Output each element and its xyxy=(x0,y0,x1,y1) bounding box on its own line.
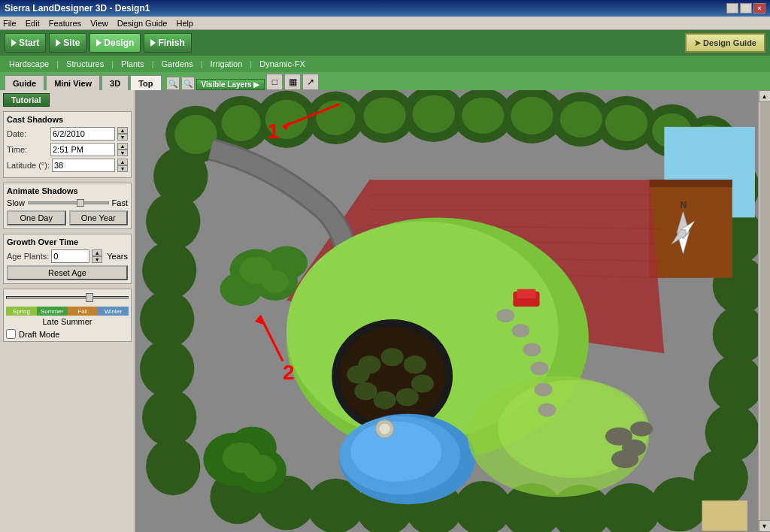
svg-point-19 xyxy=(709,355,763,412)
grid-icon-btn[interactable]: ▦ xyxy=(284,74,301,90)
age-plants-label: Age Plants: xyxy=(7,252,49,261)
time-spin-up[interactable]: ▲ xyxy=(117,143,128,150)
garden-canvas-area[interactable]: N 1 2 xyxy=(135,90,770,532)
svg-rect-85 xyxy=(517,289,535,298)
cast-shadows-title: Cast Shadows xyxy=(7,115,128,124)
summer-indicator[interactable]: Summer xyxy=(37,307,68,316)
visible-layers-button[interactable]: Visible Layers ▶ xyxy=(196,79,265,90)
tab-top[interactable]: Top xyxy=(130,75,161,90)
zoom-out-button[interactable]: 🔍 xyxy=(181,77,195,90)
svg-point-82 xyxy=(535,382,553,396)
fall-indicator[interactable]: Fall xyxy=(68,307,99,316)
years-label: Years xyxy=(107,252,128,261)
speed-slider-track[interactable] xyxy=(28,201,109,204)
time-spinner[interactable]: ▲ ▼ xyxy=(117,143,128,156)
tab-3d[interactable]: 3D xyxy=(102,75,129,90)
title-bar: Sierra LandDesigner 3D - Design1 _ □ × xyxy=(0,0,770,17)
gardens-item[interactable]: Gardens xyxy=(157,56,198,72)
winter-indicator[interactable]: Winter xyxy=(98,307,129,316)
svg-point-44 xyxy=(413,95,455,133)
scroll-up-button[interactable]: ▲ xyxy=(759,90,771,102)
svg-point-39 xyxy=(174,115,217,154)
date-label: Date: xyxy=(7,129,48,138)
fast-label: Fast xyxy=(112,198,128,207)
svg-point-70 xyxy=(374,391,396,410)
svg-point-100 xyxy=(630,422,653,437)
svg-point-67 xyxy=(404,355,426,373)
time-spin-down[interactable]: ▼ xyxy=(117,150,128,156)
tab-guide[interactable]: Guide xyxy=(5,75,44,90)
date-spin-up[interactable]: ▲ xyxy=(117,127,128,134)
dynamic-fx-item[interactable]: Dynamic-FX xyxy=(255,56,310,72)
svg-point-72 xyxy=(347,365,369,383)
growth-title: Growth Over Time xyxy=(7,237,128,246)
latitude-spinner[interactable]: ▲ ▼ xyxy=(117,159,128,172)
menu-features[interactable]: Features xyxy=(49,19,81,28)
tab-mini-view[interactable]: Mini View xyxy=(46,75,100,90)
season-thumb[interactable] xyxy=(86,293,93,302)
svg-point-38 xyxy=(153,147,208,204)
svg-point-81 xyxy=(530,361,548,375)
tutorial-button[interactable]: Tutorial xyxy=(3,93,50,107)
time-input[interactable] xyxy=(50,143,115,156)
spring-indicator[interactable]: Spring xyxy=(6,307,37,316)
view-tabs: Guide Mini View 3D Top 🔍 🔍 Visible Layer… xyxy=(0,72,770,90)
scroll-track[interactable] xyxy=(759,102,770,520)
season-slider-row[interactable] xyxy=(6,292,129,304)
animate-shadows-section: Animate Shadows Slow Fast One Day One Ye… xyxy=(3,183,132,229)
layer-icon-btn[interactable]: □ xyxy=(266,74,283,90)
maximize-button[interactable]: □ xyxy=(740,3,752,14)
scroll-bar-right: ▲ ▼ xyxy=(758,90,770,532)
zoom-in-button[interactable]: 🔍 xyxy=(166,77,180,90)
svg-rect-114 xyxy=(702,500,747,530)
reset-age-button[interactable]: Reset Age xyxy=(7,265,128,280)
svg-point-69 xyxy=(396,388,419,406)
growth-over-time-section: Growth Over Time Age Plants: ▲ ▼ Years R… xyxy=(3,234,132,284)
menu-design-guide[interactable]: Design Guide xyxy=(117,19,168,28)
season-bar: Spring Summer Fall Winter xyxy=(6,307,129,316)
scroll-down-button[interactable]: ▼ xyxy=(759,520,771,532)
start-button[interactable]: Start xyxy=(5,33,46,53)
minimize-button[interactable]: _ xyxy=(726,3,738,14)
zoom-controls: 🔍 🔍 xyxy=(166,77,195,90)
garden-view[interactable]: N 1 2 xyxy=(135,90,770,532)
window-controls: _ □ × xyxy=(726,3,765,14)
age-plants-input[interactable] xyxy=(51,249,89,263)
date-input[interactable] xyxy=(50,127,115,141)
svg-point-34 xyxy=(140,340,194,397)
finish-button[interactable]: Finish xyxy=(144,33,191,53)
close-button[interactable]: × xyxy=(753,3,765,14)
one-year-button[interactable]: One Year xyxy=(69,210,129,225)
svg-point-33 xyxy=(142,388,196,446)
date-spinner[interactable]: ▲ ▼ xyxy=(117,127,128,141)
date-spin-down[interactable]: ▼ xyxy=(117,134,128,141)
menu-edit[interactable]: Edit xyxy=(26,19,40,28)
latitude-input[interactable] xyxy=(52,159,115,172)
hardscape-item[interactable]: Hardscape xyxy=(5,56,53,72)
speed-slider-thumb[interactable] xyxy=(77,199,84,207)
design-guide-button[interactable]: ➤ Design Guide xyxy=(685,33,765,53)
app-title: Sierra LandDesigner 3D - Design1 xyxy=(5,3,150,14)
svg-rect-53 xyxy=(649,180,732,187)
time-label: Time: xyxy=(7,145,48,154)
svg-point-71 xyxy=(354,382,377,400)
menu-view[interactable]: View xyxy=(90,19,108,28)
plants-item[interactable]: Plants xyxy=(117,56,149,72)
menu-help[interactable]: Help xyxy=(176,19,193,28)
site-button[interactable]: Site xyxy=(49,33,86,53)
pointer-icon-btn[interactable]: ↗ xyxy=(302,74,319,90)
age-spinner[interactable]: ▲ ▼ xyxy=(92,249,102,263)
structures-item[interactable]: Structures xyxy=(62,56,108,72)
season-track[interactable] xyxy=(6,296,129,299)
svg-point-45 xyxy=(462,98,504,134)
design-button[interactable]: Design xyxy=(89,33,141,53)
svg-text:2: 2 xyxy=(283,361,295,384)
lat-spin-down[interactable]: ▼ xyxy=(117,165,128,172)
menu-file[interactable]: File xyxy=(3,19,17,28)
age-spin-up[interactable]: ▲ xyxy=(92,249,102,256)
one-day-button[interactable]: One Day xyxy=(7,210,66,225)
irrigation-item[interactable]: Irrigation xyxy=(206,56,247,72)
lat-spin-up[interactable]: ▲ xyxy=(117,159,128,165)
draft-mode-checkbox[interactable] xyxy=(6,329,16,339)
age-spin-down[interactable]: ▼ xyxy=(92,256,102,263)
